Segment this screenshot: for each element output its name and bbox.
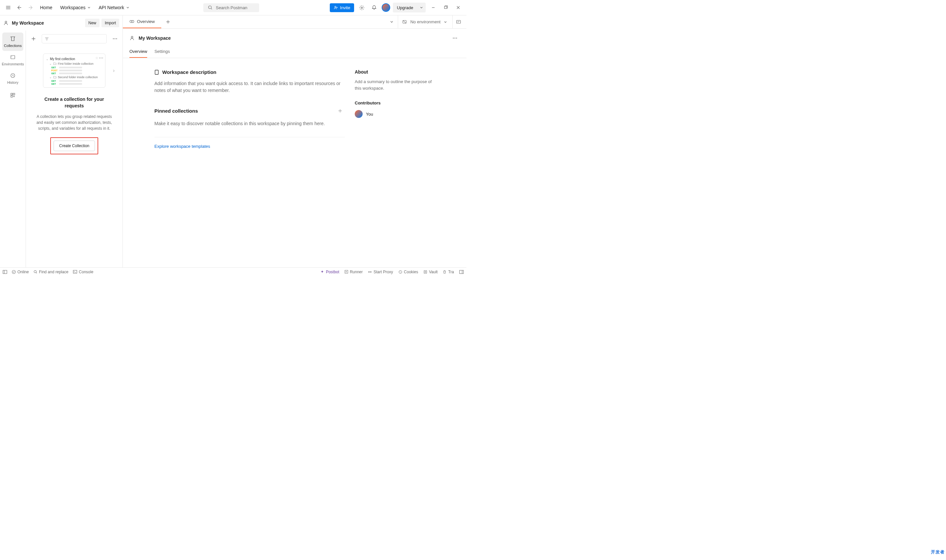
new-button[interactable]: New (85, 19, 100, 27)
chevron-down-icon (88, 6, 91, 9)
app-header: Home Workspaces API Network Search Postm… (0, 0, 466, 15)
pin-add-icon[interactable] (335, 106, 345, 115)
left-row: Collections Environments History (0, 31, 123, 267)
svg-point-20 (455, 38, 455, 39)
overview-tab-icon (129, 19, 134, 24)
svg-point-6 (11, 56, 12, 57)
upgrade-group: Upgrade (393, 3, 426, 12)
filter-icon (45, 37, 49, 41)
add-icon[interactable] (29, 34, 38, 44)
window-minimize-icon[interactable] (428, 3, 438, 12)
back-icon[interactable] (14, 3, 24, 12)
workspace-title[interactable]: My Workspace (3, 20, 44, 26)
chevron-down-icon (444, 20, 447, 24)
footer-find[interactable]: Find and replace (34, 270, 68, 274)
svg-rect-35 (460, 270, 463, 274)
rail-environments[interactable]: Environments (2, 51, 23, 69)
create-collection-button[interactable]: Create Collection (54, 141, 95, 151)
divider (154, 137, 345, 137)
subtab-settings[interactable]: Settings (154, 46, 170, 58)
content-more-icon[interactable] (450, 33, 460, 43)
tab-overview[interactable]: Overview (123, 15, 161, 28)
illus-collection: My first collection (50, 57, 75, 61)
search-input[interactable]: Search Postman (203, 3, 259, 12)
footer-console[interactable]: Console (73, 270, 93, 274)
svg-point-32 (400, 272, 401, 272)
rail-collections[interactable]: Collections (2, 32, 23, 51)
svg-point-30 (399, 270, 402, 273)
cookie-icon (398, 270, 402, 274)
invite-label: Invite (340, 5, 350, 10)
left-panel: My Workspace New Import Collections Envi… (0, 15, 123, 267)
footer-postbot-label: Postbot (326, 270, 339, 274)
footer-trash[interactable]: Tra (443, 270, 454, 274)
search-placeholder: Search Postman (216, 5, 247, 10)
footer-panel-toggle[interactable] (3, 270, 7, 274)
footer-postbot[interactable]: Postbot (320, 270, 339, 274)
contributor-you[interactable]: You (355, 110, 437, 118)
nav-api-network-label: API Network (98, 5, 124, 10)
workspace-actions: New Import (85, 19, 119, 27)
nav-home[interactable]: Home (37, 3, 55, 12)
pinned-header-row: Pinned collections (154, 106, 345, 115)
rail-history[interactable]: History (2, 69, 23, 88)
window-close-icon[interactable] (453, 3, 463, 12)
user-avatar[interactable] (382, 3, 390, 12)
tabs-right: No environment (385, 15, 466, 28)
tabs-row: Overview No environment (123, 15, 466, 29)
footer-cookies[interactable]: Cookies (398, 270, 418, 274)
upgrade-chevron[interactable] (417, 3, 426, 12)
tabs-chevron[interactable] (387, 17, 397, 27)
forward-icon[interactable] (26, 3, 35, 12)
svg-point-19 (453, 38, 454, 39)
footer-runner[interactable]: Runner (345, 270, 363, 274)
footer-vault[interactable]: Vault (423, 270, 437, 274)
footer-layout-toggle[interactable] (459, 270, 464, 274)
more-icon[interactable] (110, 34, 120, 44)
upgrade-button[interactable]: Upgrade (393, 3, 417, 12)
footer-trash-label: Tra (448, 270, 454, 274)
settings-icon[interactable] (357, 3, 366, 12)
subtab-overview[interactable]: Overview (129, 46, 147, 58)
nav-workspaces[interactable]: Workspaces (57, 3, 94, 12)
environment-quicklook[interactable] (452, 15, 465, 28)
about-heading: About (355, 69, 437, 75)
rail-collections-label: Collections (4, 44, 22, 48)
about-body[interactable]: Add a summary to outline the purpose of … (355, 78, 437, 91)
workspace-desc-label: Workspace description (162, 69, 217, 75)
import-button[interactable]: Import (102, 19, 119, 27)
svg-point-25 (34, 270, 36, 272)
console-icon (73, 270, 77, 274)
nav-api-network[interactable]: API Network (95, 3, 133, 12)
main-area: Overview No environment My (123, 15, 466, 267)
workspace-desc-body[interactable]: Add information that you want quick acce… (154, 80, 345, 94)
nav-workspaces-label: Workspaces (60, 5, 85, 10)
svg-point-28 (369, 271, 369, 272)
invite-button[interactable]: Invite (330, 3, 354, 12)
content-body: Workspace description Add information th… (123, 58, 466, 155)
tab-add[interactable] (161, 15, 175, 28)
sidebar-toolbar (26, 31, 123, 47)
create-collection-highlight: Create Collection (50, 137, 98, 154)
svg-rect-33 (424, 271, 427, 273)
environment-selector[interactable]: No environment (398, 15, 451, 28)
footer-proxy[interactable]: Start Proxy (368, 270, 393, 274)
window-maximize-icon[interactable] (441, 3, 451, 12)
footer-runner-label: Runner (350, 270, 363, 274)
svg-point-0 (209, 6, 212, 9)
svg-rect-22 (155, 70, 158, 74)
hamburger-icon[interactable] (3, 3, 13, 12)
contributor-label: You (366, 112, 373, 117)
workspace-bar: My Workspace New Import (0, 15, 123, 31)
explore-templates-link[interactable]: Explore workspace templates (154, 144, 345, 149)
trash-icon (443, 270, 446, 274)
rail-configure[interactable] (2, 89, 23, 102)
filter-input[interactable] (42, 34, 107, 43)
svg-point-34 (425, 271, 426, 272)
svg-point-1 (335, 6, 336, 8)
footer-online[interactable]: Online (12, 270, 29, 274)
notifications-icon[interactable] (369, 3, 379, 12)
content-side-column: About Add a summary to outline the purpo… (355, 69, 437, 149)
footer-proxy-label: Start Proxy (374, 270, 393, 274)
svg-point-21 (456, 38, 457, 39)
